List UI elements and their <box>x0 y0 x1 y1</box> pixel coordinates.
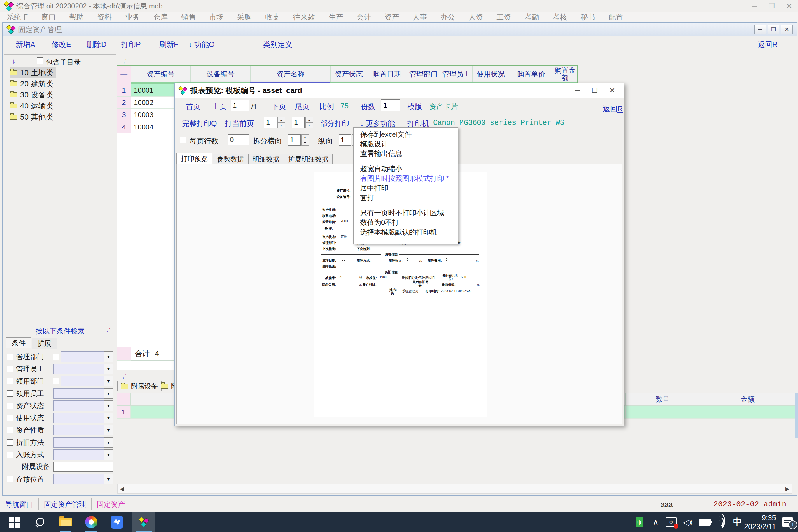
file-explorer-icon[interactable] <box>56 512 75 532</box>
mgmt-dept-combo[interactable]: ▼ <box>61 352 113 362</box>
start-button[interactable] <box>5 512 24 532</box>
to-page-stepper[interactable]: ▲▼ <box>292 117 313 128</box>
category-define-button[interactable]: 类别定义 <box>263 40 292 49</box>
copies-button[interactable]: 份数 <box>361 102 375 111</box>
menu-review[interactable]: 考核 <box>546 12 574 22</box>
from-page-stepper[interactable]: ▲▼ <box>264 117 285 128</box>
menu-business[interactable]: 业务 <box>118 12 147 22</box>
tree-item-building[interactable]: 20 建筑类 <box>10 78 53 89</box>
notification-icon[interactable]: 1 <box>779 512 796 532</box>
menu-item-save-excel[interactable]: 保存到excel文件 <box>354 130 458 139</box>
usage-status-combo[interactable]: ▼ <box>53 413 113 423</box>
menu-warehouse[interactable]: 仓库 <box>147 12 174 22</box>
checkbox[interactable] <box>53 354 59 360</box>
menu-item-default-printer[interactable]: 选择本模版默认的打印机 <box>354 227 458 237</box>
menu-production[interactable]: 生产 <box>322 12 350 22</box>
tree-item-equipment[interactable]: 30 设备类 <box>10 90 53 100</box>
statusbar-asset-mgmt[interactable]: 固定资产管理 <box>44 500 86 509</box>
delete-button[interactable]: 删除D <box>87 40 107 49</box>
tree-item-transport[interactable]: 40 运输类 <box>10 101 53 111</box>
menu-income[interactable]: 收支 <box>259 12 286 22</box>
col-mgmt-staff[interactable]: 管理员工 <box>440 66 473 82</box>
menu-office[interactable]: 办公 <box>434 12 462 22</box>
menu-salary[interactable]: 工资 <box>490 12 518 22</box>
asset-nature-combo[interactable]: ▼ <box>53 425 113 435</box>
minimize-icon[interactable]: ─ <box>745 2 763 10</box>
copies-input[interactable] <box>381 99 400 111</box>
checkbox[interactable] <box>7 415 13 421</box>
use-staff-combo[interactable]: ▼ <box>53 388 113 399</box>
usb-tray-icon[interactable]: ψ <box>632 512 646 532</box>
sync-tray-icon[interactable]: ⟳ <box>664 512 679 532</box>
tree-item-other[interactable]: 50 其他类 <box>10 112 53 122</box>
page-number-input[interactable] <box>231 100 249 111</box>
col-asset-name[interactable]: 资产名称 <box>250 66 331 82</box>
print-current-button[interactable]: 打当前页 <box>225 119 254 128</box>
menu-secretary[interactable]: 秘书 <box>574 12 602 22</box>
cell-money[interactable] <box>700 406 795 419</box>
grid-filter-underline[interactable] <box>139 63 200 64</box>
restore-icon[interactable]: ❐ <box>763 2 780 10</box>
col-asset-no[interactable]: 资产编号 <box>131 66 191 82</box>
col-asset-status[interactable]: 资产状态 <box>331 66 367 82</box>
edit-button[interactable]: 修改E <box>52 40 71 49</box>
mgmt-staff-combo[interactable]: ▼ <box>53 364 113 374</box>
col-unit-price[interactable]: 购置单价 <box>509 66 553 82</box>
tab-param-data[interactable]: 参数数据 <box>213 154 248 164</box>
print-button[interactable]: 打印P <box>121 40 141 49</box>
menu-sales[interactable]: 销售 <box>174 12 203 22</box>
checkbox[interactable] <box>7 354 13 360</box>
volume-icon[interactable]: ◁)) <box>680 512 695 532</box>
tab-detail-data[interactable]: 明细数据 <box>248 154 284 164</box>
tab-condition[interactable]: 条件 <box>6 338 31 348</box>
menu-data[interactable]: 资料 <box>90 12 118 22</box>
clock[interactable]: 9:352023/2/11 <box>744 512 776 532</box>
col-usage[interactable]: 使用状况 <box>473 66 509 82</box>
checkbox[interactable] <box>7 476 13 482</box>
dialog-titlebar[interactable]: 报表预览: 模板编号 - asset_card ─ ☐ ✕ <box>175 83 624 98</box>
printer-button[interactable]: 打印机 <box>407 119 429 128</box>
menu-hr[interactable]: 人事 <box>406 12 434 22</box>
col-mgmt-dept[interactable]: 管理部门 <box>407 66 440 82</box>
col-purchase-date[interactable]: 购置日期 <box>367 66 406 82</box>
vertical-scrollbar[interactable] <box>795 393 798 438</box>
close-icon[interactable]: ✕ <box>780 2 798 10</box>
function-button[interactable]: ↓ 功能O <box>189 40 214 49</box>
tab-print-preview[interactable]: 打印预览 <box>176 153 212 164</box>
menu-item-auto-shrink[interactable]: 超宽自动缩小 <box>354 164 458 173</box>
menu-item-graphic-mode-print[interactable]: 有图片时按照图形模式打印 * <box>354 173 458 183</box>
battery-icon[interactable] <box>697 512 713 532</box>
menu-system[interactable]: 系统 F <box>0 12 34 22</box>
cell-quantity[interactable] <box>626 406 700 419</box>
wifi-icon[interactable] <box>714 512 730 532</box>
child-close-icon[interactable]: ✕ <box>781 25 793 34</box>
thunder-icon[interactable] <box>107 512 127 532</box>
col-amount[interactable]: 购置金额 <box>553 66 577 82</box>
more-functions-button[interactable]: ↓ 更多功能 <box>360 119 395 128</box>
prev-page-button[interactable]: 上页 <box>212 102 227 111</box>
col-money[interactable]: 金额 <box>700 393 795 406</box>
search-icon[interactable] <box>30 512 50 532</box>
rows-per-page-checkbox[interactable] <box>180 137 186 143</box>
use-dept-combo[interactable]: ▼ <box>61 376 113 386</box>
menu-item-zero-no-print[interactable]: 数值为0不打 <box>354 217 458 227</box>
dialog-return-button[interactable]: 返回R <box>603 104 623 114</box>
menu-item-view-output[interactable]: 查看输出信息 <box>354 149 458 158</box>
tray-expand-icon[interactable]: ∧ <box>649 512 663 532</box>
checkbox[interactable] <box>7 439 13 446</box>
menu-config[interactable]: 配置 <box>602 12 630 22</box>
col-quantity[interactable]: 数量 <box>626 393 700 406</box>
child-restore-icon[interactable]: ❐ <box>768 25 779 34</box>
horizontal-scrollbar[interactable]: ◀ ▶ <box>117 484 792 494</box>
split-h-stepper[interactable]: ▲▼ <box>288 134 309 146</box>
entry-method-combo[interactable]: ▼ <box>53 450 113 460</box>
scroll-right-icon[interactable]: ▶ <box>783 486 792 492</box>
depreciation-combo[interactable]: ▼ <box>53 437 113 448</box>
next-page-button[interactable]: 下页 <box>271 102 286 111</box>
menu-item-no-subtotal-single-page[interactable]: 只有一页时不打印小计区域 <box>354 208 458 217</box>
dialog-close-icon[interactable]: ✕ <box>604 86 621 95</box>
checkbox[interactable] <box>7 378 13 384</box>
checkbox[interactable] <box>7 390 13 397</box>
checkbox[interactable] <box>7 427 13 433</box>
grid-corner[interactable]: — <box>117 393 131 406</box>
